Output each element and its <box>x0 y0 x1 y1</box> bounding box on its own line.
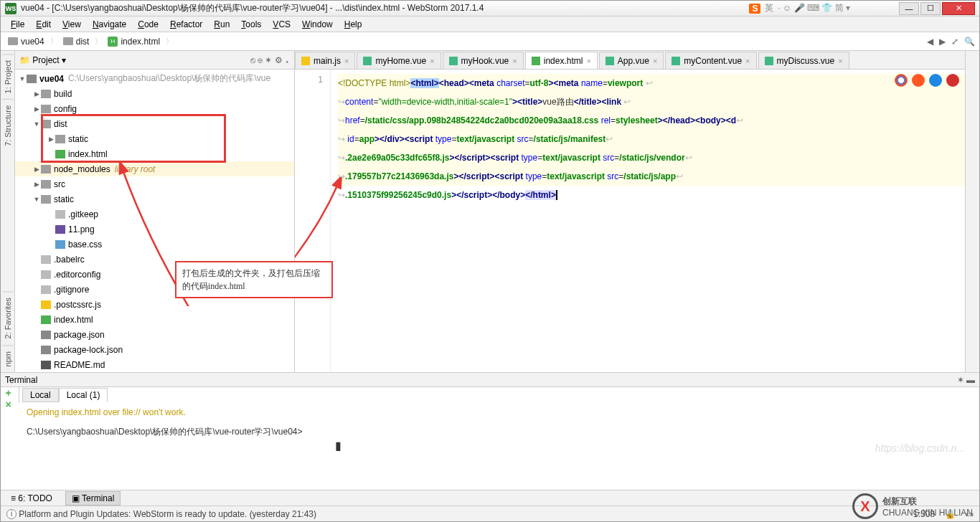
expand-icon[interactable]: ⤢ <box>951 37 958 47</box>
tree-item-index.html[interactable]: index.html <box>15 312 294 327</box>
menu-view[interactable]: View <box>57 18 87 31</box>
tab-myHome.vue[interactable]: myHome.vue× <box>357 52 440 69</box>
crumb-dist[interactable]: dist <box>60 35 93 48</box>
menu-help[interactable]: Help <box>339 18 368 31</box>
tree-item-dist[interactable]: ▼dist <box>15 116 294 131</box>
menu-window[interactable]: Window <box>296 18 339 31</box>
tab-myDiscuss.vue[interactable]: myDiscuss.vue× <box>758 52 849 69</box>
terminal-close-icon[interactable]: × <box>3 399 20 410</box>
app-icon: WS <box>5 3 17 14</box>
project-tree[interactable]: ▼ vue04C:\Users\yangbaoshuai\Desktop\杨保帅… <box>15 70 294 372</box>
menu-vcs[interactable]: VCS <box>267 18 296 31</box>
editor-tabs: main.js×myHome.vue×myHook.vue×index.html… <box>295 51 965 70</box>
tab-App.vue[interactable]: App.vue× <box>599 52 664 69</box>
terminal-line: C:\Users\yangbaoshuai\Desktop\杨保帅的代码库\vu… <box>27 426 972 438</box>
terminal-tab-1[interactable]: Local (1) <box>59 388 108 402</box>
info-icon[interactable]: i <box>6 509 17 519</box>
menu-bar: FileEditViewNavigateCodeRefactorRunTools… <box>1 16 979 32</box>
crumb-vue04[interactable]: vue04 <box>5 35 47 48</box>
bottom-tool-tabs: ≡ 6: TODO▣ Terminal X 创新互联CHUANG XIN HU … <box>1 490 979 506</box>
tree-item-build[interactable]: ▶build <box>15 86 294 101</box>
brand-logo: X 创新互联CHUANG XIN HU LIAN <box>852 493 973 519</box>
tree-root[interactable]: ▼ vue04C:\Users\yangbaoshuai\Desktop\杨保帅… <box>15 71 294 86</box>
editor-column: main.js×myHome.vue×myHook.vue×index.html… <box>295 51 965 372</box>
tab-favorites-vertical[interactable]: 2: Favorites <box>2 291 14 344</box>
status-bar: i Platform and Plugin Updates: WebStorm … <box>1 506 979 521</box>
left-sidebar-tabs: 1: Project 7: Structure 2: Favorites npm <box>1 51 15 372</box>
project-header: 📁 Project ▾ ⎋ ⊕ ✶ ⚙ ▸ <box>15 51 294 70</box>
tab-index.html[interactable]: index.html× <box>525 52 598 69</box>
menu-run[interactable]: Run <box>208 18 235 31</box>
tree-item-index.html[interactable]: index.html <box>15 146 294 161</box>
terminal-title: Terminal <box>5 375 37 385</box>
tab-structure-vertical[interactable]: 7: Structure <box>2 99 14 152</box>
menu-edit[interactable]: Edit <box>30 18 57 31</box>
firefox-icon[interactable] <box>912 74 925 87</box>
terminal-tab-0[interactable]: Local <box>22 388 59 402</box>
menu-tools[interactable]: Tools <box>235 18 267 31</box>
tree-item-package.json[interactable]: package.json <box>15 327 294 342</box>
tab-npm-vertical[interactable]: npm <box>2 345 14 372</box>
nav-back-icon[interactable]: ◀ <box>927 37 933 47</box>
window-titlebar: WS vue04 - [C:\Users\yangbaoshuai\Deskto… <box>1 1 979 16</box>
tree-settings-icon[interactable]: ⎋ ⊕ ✶ ⚙ ▸ <box>250 55 290 65</box>
browser-preview-icons[interactable] <box>895 74 959 87</box>
editor-code[interactable]: <!DOCTYPE html><html><head><meta charset… <box>331 70 965 372</box>
terminal-tabs: LocalLocal (1) <box>19 387 979 403</box>
nav-fwd-icon[interactable]: ▶ <box>939 37 946 47</box>
ie-icon[interactable] <box>929 74 942 87</box>
tree-item-config[interactable]: ▶config <box>15 101 294 116</box>
terminal-settings-icon[interactable]: ✶ ▬ <box>957 375 975 385</box>
tree-item-src[interactable]: ▶src <box>15 176 294 191</box>
ime-toolbar[interactable]: S 英 · ☺ 🎤 ⌨ 👕 简 ▾ <box>749 2 850 14</box>
menu-file[interactable]: File <box>5 18 30 31</box>
bottom-tab-Terminal[interactable]: ▣ Terminal <box>65 491 121 506</box>
tab-close-icon[interactable]: × <box>344 57 349 65</box>
tab-close-icon[interactable]: × <box>653 57 657 65</box>
breadcrumb: vue04〉dist〉Hindex.html〉 ◀ ▶ ⤢ 🔍 <box>1 32 979 51</box>
terminal-line: Opening index.html over file:// won't wo… <box>27 407 972 417</box>
ime-lang[interactable]: 英 <box>765 2 773 14</box>
tree-item-README.md[interactable]: README.md <box>15 357 294 372</box>
ime-s-icon[interactable]: S <box>749 4 760 14</box>
tab-close-icon[interactable]: × <box>586 57 590 65</box>
right-sidebar-tabs <box>965 51 979 372</box>
editor[interactable]: 1 <!DOCTYPE html><html><head><meta chars… <box>295 70 965 372</box>
tree-item-.gitkeep[interactable]: .gitkeep <box>15 207 294 222</box>
opera-icon[interactable] <box>946 74 959 87</box>
tab-close-icon[interactable]: × <box>745 57 750 65</box>
tab-myHook.vue[interactable]: myHook.vue× <box>443 52 524 69</box>
menu-navigate[interactable]: Navigate <box>87 18 132 31</box>
crumb-index.html[interactable]: Hindex.html <box>105 35 163 48</box>
tree-item-package-lock.json[interactable]: package-lock.json <box>15 342 294 357</box>
tab-close-icon[interactable]: × <box>838 57 842 65</box>
tab-myContent.vue[interactable]: myContent.vue× <box>665 52 756 69</box>
bottom-tab-6-TODO[interactable]: ≡ 6: TODO <box>5 492 58 505</box>
tab-project-vertical[interactable]: 1: Project <box>2 54 14 99</box>
tab-close-icon[interactable]: × <box>512 57 517 65</box>
status-message: Platform and Plugin Updates: WebStorm is… <box>19 509 316 519</box>
tree-item-static[interactable]: ▶static <box>15 131 294 146</box>
close-button[interactable]: ✕ <box>942 2 975 15</box>
tree-item-11.png[interactable]: 11.png <box>15 222 294 237</box>
tree-item-.postcssrc.js[interactable]: .postcssrc.js <box>15 297 294 312</box>
tab-close-icon[interactable]: × <box>430 57 434 65</box>
tree-item-base.css[interactable]: base.css <box>15 237 294 252</box>
menu-code[interactable]: Code <box>132 18 164 31</box>
menu-refactor[interactable]: Refactor <box>164 18 208 31</box>
maximize-button[interactable]: ☐ <box>920 2 941 15</box>
watermark-text: https://blog.csdn.n... <box>875 442 965 454</box>
tree-item-node_modules[interactable]: ▶node_moduleslibrary root <box>15 161 294 176</box>
terminal-body[interactable]: Opening index.html over file:// won't wo… <box>19 403 979 490</box>
minimize-button[interactable]: — <box>899 2 919 15</box>
terminal-panel: Terminal ✶ ▬ + × LocalLocal (1) Opening … <box>1 372 979 490</box>
search-icon[interactable]: 🔍 <box>964 37 975 47</box>
terminal-new-icon[interactable]: + <box>3 387 20 399</box>
chrome-icon[interactable] <box>895 74 908 87</box>
ime-extras[interactable]: · ☺ 🎤 ⌨ 👕 简 ▾ <box>778 2 850 14</box>
annotation-callout: 打包后生成的文件夹，及打包后压缩的代码index.html <box>175 261 333 298</box>
project-pane: 📁 Project ▾ ⎋ ⊕ ✶ ⚙ ▸ ▼ vue04C:\Users\ya… <box>15 51 295 372</box>
tab-main.js[interactable]: main.js× <box>295 52 355 69</box>
project-title[interactable]: 📁 Project ▾ <box>19 55 66 65</box>
tree-item-static[interactable]: ▼static <box>15 191 294 207</box>
